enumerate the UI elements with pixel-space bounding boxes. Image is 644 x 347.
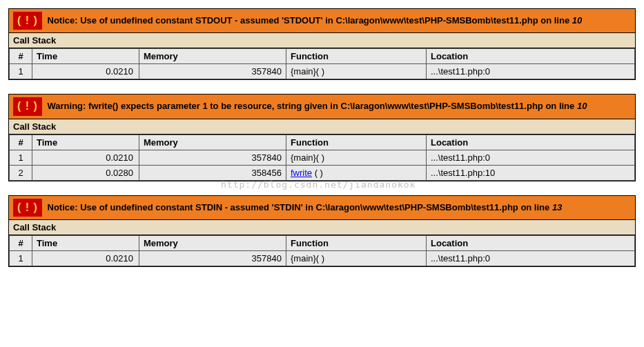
col-function-header: Function [286,135,427,150]
col-location-header: Location [427,135,635,150]
col-num-header: # [10,135,32,150]
warning-icon: ( ! ) [13,199,42,217]
col-memory-header: Memory [139,236,286,251]
error-header: ( ! ) Notice: Use of undefined constant … [9,9,635,33]
col-memory-header: Memory [139,49,286,64]
table-header-row: # Time Memory Function Location [10,236,635,251]
stack-time: 0.0210 [32,251,139,266]
xdebug-error-block: ( ! ) Warning: fwrite() expects paramete… [8,94,636,181]
callstack-header: Call Stack [9,119,635,135]
stack-location: ...\test11.php:0 [427,64,635,79]
col-location-header: Location [427,49,635,64]
stack-location: ...\test11.php:10 [427,165,635,180]
stack-num: 1 [10,64,32,79]
error-line-number: 10 [577,101,587,111]
col-num-header: # [10,236,32,251]
stack-function: fwrite ( ) [286,165,427,180]
col-location-header: Location [427,236,635,251]
error-message: Use of undefined constant STDOUT - assum… [80,15,572,26]
table-header-row: # Time Memory Function Location [10,49,635,64]
col-time-header: Time [32,135,139,150]
error-line-number: 10 [572,15,582,26]
stack-num: 1 [10,150,32,165]
function-link[interactable]: fwrite [291,168,312,178]
stack-location: ...\test11.php:0 [427,150,635,165]
table-row: 1 0.0210 357840 {main}( ) ...\test11.php… [10,150,635,165]
callstack-header: Call Stack [9,220,635,235]
callstack-header: Call Stack [9,33,635,48]
error-type: Warning: [48,101,88,111]
xdebug-error-block: ( ! ) Notice: Use of undefined constant … [8,8,636,80]
stack-function: {main}( ) [286,251,427,266]
col-time-header: Time [32,49,139,64]
table-row: 1 0.0210 357840 {main}( ) ...\test11.php… [10,64,635,79]
stack-num: 2 [10,165,32,180]
col-num-header: # [10,49,32,64]
warning-icon: ( ! ) [13,12,42,30]
error-header: ( ! ) Notice: Use of undefined constant … [9,196,635,220]
table-row: 1 0.0210 357840 {main}( ) ...\test11.php… [10,251,635,266]
table-header-row: # Time Memory Function Location [10,135,635,150]
stack-location: ...\test11.php:0 [427,251,635,266]
callstack-table: # Time Memory Function Location 1 0.0210… [9,235,635,266]
stack-function: {main}( ) [286,150,427,165]
col-time-header: Time [32,236,139,251]
error-message: Use of undefined constant STDIN - assume… [80,201,552,212]
error-header: ( ! ) Warning: fwrite() expects paramete… [9,95,635,119]
error-type: Notice: [48,201,81,212]
stack-num: 1 [10,251,32,266]
col-memory-header: Memory [139,135,286,150]
table-row: 2 0.0280 358456 fwrite ( ) ...\test11.ph… [10,165,635,180]
stack-time: 0.0210 [32,64,139,79]
callstack-table: # Time Memory Function Location 1 0.0210… [9,48,635,79]
stack-memory: 358456 [139,165,286,180]
callstack-table: # Time Memory Function Location 1 0.0210… [9,135,635,181]
error-message: fwrite() expects parameter 1 to be resou… [88,101,577,111]
col-function-header: Function [286,49,427,64]
warning-icon: ( ! ) [13,97,42,115]
stack-time: 0.0210 [32,150,139,165]
stack-function: {main}( ) [286,64,427,79]
stack-memory: 357840 [139,251,286,266]
stack-memory: 357840 [139,150,286,165]
col-function-header: Function [286,236,427,251]
xdebug-error-block: ( ! ) Notice: Use of undefined constant … [8,195,636,267]
stack-time: 0.0280 [32,165,139,180]
error-line-number: 13 [552,201,562,212]
error-type: Notice: [48,15,81,26]
stack-memory: 357840 [139,64,286,79]
